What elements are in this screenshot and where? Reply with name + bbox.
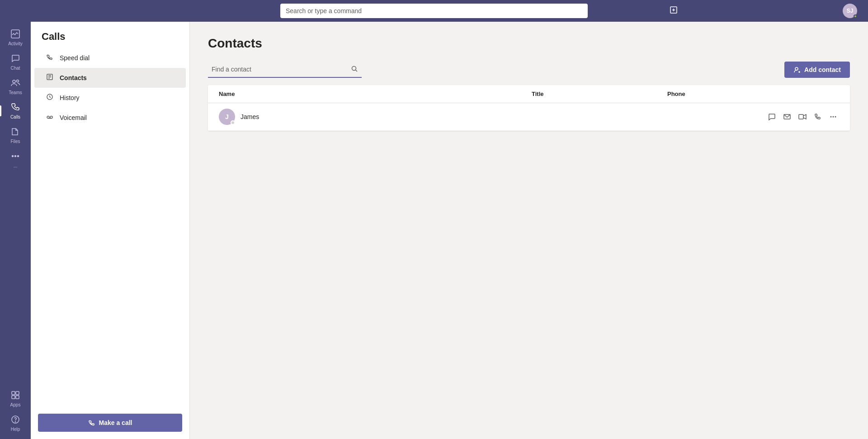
voicemail-icon (45, 113, 54, 122)
svg-point-6 (18, 156, 19, 157)
speed-dial-label: Speed dial (60, 54, 90, 62)
icon-nav: Activity Chat Teams (0, 22, 31, 439)
table-header: Name Title Phone (208, 85, 850, 103)
svg-point-30 (835, 116, 836, 118)
left-panel-footer: Make a call (31, 406, 189, 439)
nav-item-contacts[interactable]: Contacts (34, 68, 186, 88)
search-container (208, 62, 362, 78)
search-placeholder: Search or type a command (286, 7, 362, 14)
apps-icon (10, 390, 20, 401)
contact-actions (803, 111, 839, 123)
svg-point-21 (352, 67, 356, 71)
avatar-status-indicator (854, 14, 857, 18)
sidebar-item-files[interactable]: Files (0, 123, 31, 148)
contact-name: James (241, 113, 259, 120)
voicemail-label: Voicemail (60, 114, 87, 121)
nav-item-voicemail[interactable]: Voicemail (34, 108, 186, 128)
header-title: Title (532, 91, 667, 97)
files-label: Files (10, 139, 20, 144)
compose-icon[interactable] (669, 5, 678, 17)
speed-dial-icon (45, 53, 54, 62)
svg-rect-8 (16, 391, 19, 395)
icon-nav-bottom: Apps Help (0, 387, 31, 439)
more-icon (10, 151, 20, 162)
main-layout: Activity Chat Teams (0, 22, 868, 439)
calls-icon (10, 102, 20, 114)
sidebar-item-apps[interactable]: Apps (0, 387, 31, 411)
svg-rect-10 (16, 396, 19, 399)
help-icon (10, 415, 20, 426)
sidebar-item-more[interactable]: ... (0, 148, 31, 172)
svg-point-23 (795, 67, 798, 70)
make-call-button[interactable]: Make a call (38, 414, 182, 432)
svg-point-28 (830, 116, 832, 118)
more-label: ... (14, 163, 17, 168)
add-contact-button[interactable]: Add contact (784, 62, 850, 78)
avatar-initial: J (225, 113, 229, 120)
global-search[interactable]: Search or type a command (280, 4, 588, 18)
files-icon (10, 127, 20, 138)
svg-line-22 (356, 70, 358, 72)
sidebar-item-teams[interactable]: Teams (0, 74, 31, 99)
find-contact-input[interactable] (208, 62, 362, 78)
contacts-toolbar: Add contact (208, 62, 850, 78)
activity-icon (10, 29, 20, 40)
svg-rect-9 (12, 396, 15, 399)
apps-label: Apps (10, 402, 21, 407)
contact-more-button[interactable] (827, 111, 839, 123)
search-button[interactable] (351, 65, 358, 74)
table-row[interactable]: J James (208, 103, 850, 131)
header-phone: Phone (667, 91, 803, 97)
calls-panel-title: Calls (31, 22, 189, 48)
svg-rect-7 (12, 391, 15, 395)
svg-point-2 (13, 80, 15, 83)
add-contact-label: Add contact (804, 66, 841, 73)
contacts-label: Contacts (60, 74, 87, 81)
history-icon (45, 93, 54, 102)
teams-icon (10, 78, 20, 89)
svg-point-5 (15, 156, 16, 157)
contact-email-button[interactable] (781, 111, 793, 123)
contacts-icon (45, 73, 54, 82)
left-panel: Calls Speed dial (31, 22, 190, 439)
page-title: Contacts (208, 36, 850, 51)
calls-label: Calls (10, 115, 20, 119)
active-indicator (0, 105, 1, 116)
svg-point-12 (15, 422, 16, 422)
contact-chat-button[interactable] (766, 111, 778, 123)
contacts-table: Name Title Phone J James (208, 85, 850, 131)
chat-icon (10, 53, 20, 65)
header-actions (803, 91, 839, 97)
contact-call-button[interactable] (812, 111, 824, 123)
contact-name-cell: J James (219, 109, 532, 125)
contact-avatar: J (219, 109, 235, 125)
activity-label: Activity (8, 41, 23, 46)
svg-point-4 (12, 156, 14, 157)
contact-status-indicator (231, 120, 235, 125)
sidebar-item-help[interactable]: Help (0, 411, 31, 435)
make-call-label: Make a call (99, 419, 132, 426)
nav-item-speed-dial[interactable]: Speed dial (34, 48, 186, 68)
svg-rect-27 (799, 115, 803, 119)
header-name: Name (219, 91, 532, 97)
chat-label: Chat (10, 66, 20, 71)
sidebar-item-chat[interactable]: Chat (0, 50, 31, 74)
sidebar-item-activity[interactable]: Activity (0, 25, 31, 50)
teams-label: Teams (9, 90, 22, 95)
svg-point-3 (17, 80, 19, 82)
top-bar: Search or type a command SJ (0, 0, 868, 22)
history-label: History (60, 94, 80, 101)
svg-point-29 (833, 116, 834, 118)
help-label: Help (11, 427, 20, 432)
nav-item-history[interactable]: History (34, 88, 186, 108)
avatar-initials: SJ (847, 8, 854, 14)
contact-video-button[interactable] (797, 111, 808, 123)
sidebar-item-calls[interactable]: Calls (0, 99, 31, 123)
avatar[interactable]: SJ (843, 4, 857, 18)
calls-nav: Speed dial Contacts (31, 48, 189, 406)
main-content: Contacts Add contact (190, 22, 868, 439)
